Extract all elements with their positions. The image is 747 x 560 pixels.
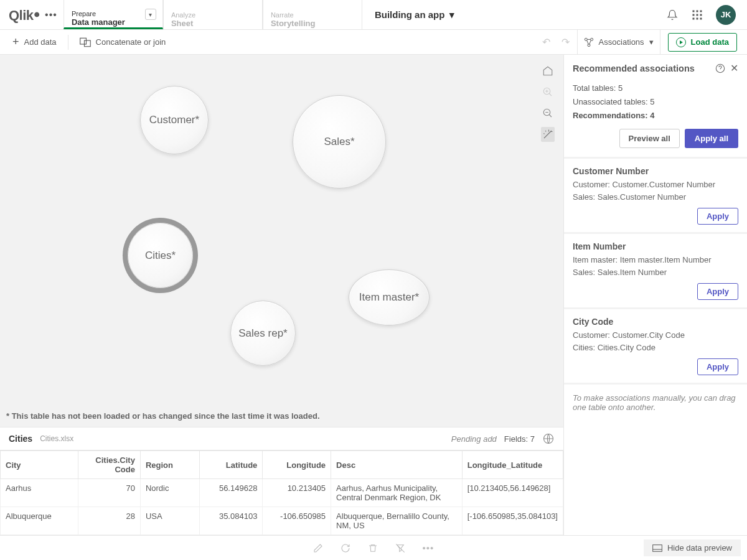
close-icon[interactable]: ✕ <box>730 62 738 74</box>
col-header[interactable]: Desc <box>331 451 463 479</box>
app-name-dropdown[interactable]: Building an app ▾ <box>362 0 467 29</box>
associations-dropdown[interactable]: Associations ▾ <box>577 30 660 55</box>
svg-rect-6 <box>693 17 695 19</box>
rec-item: City CodeCustomer: Customer.City CodeCit… <box>564 307 747 383</box>
recs-title: Recommended associations <box>573 63 710 73</box>
undo-icon: ↶ <box>538 36 554 48</box>
preview-field-count: Fields: 7 <box>504 434 535 444</box>
bell-icon[interactable] <box>666 9 679 21</box>
trash-icon <box>368 543 378 553</box>
col-header[interactable]: Latitude <box>199 451 262 479</box>
svg-rect-0 <box>693 10 695 12</box>
col-header[interactable]: Longitude_Latitude <box>462 451 563 479</box>
svg-rect-5 <box>700 14 702 16</box>
apply-button[interactable]: Apply <box>697 208 738 225</box>
bubble-sales[interactable]: Sales* <box>293 95 386 189</box>
home-icon[interactable] <box>541 63 555 78</box>
globe-icon[interactable] <box>542 432 555 445</box>
rec-item: Item NumberItem master: Item master.Item… <box>564 232 747 307</box>
load-data-button[interactable]: Load data <box>668 33 737 52</box>
col-header[interactable]: Cities.City Code <box>78 451 140 479</box>
logo: Qlik⦁ <box>9 5 39 24</box>
bubble-cities[interactable]: Cities* <box>128 223 193 288</box>
svg-rect-4 <box>697 14 698 16</box>
bubble-sales-rep[interactable]: Sales rep* <box>230 301 296 366</box>
play-icon <box>676 37 686 47</box>
svg-rect-10 <box>84 40 90 47</box>
table-row[interactable]: Aarhus70Nordic56.14962810.213405Aarhus, … <box>1 479 563 507</box>
svg-rect-9 <box>80 38 86 44</box>
zoom-out-icon[interactable] <box>541 106 555 121</box>
tab-prepare[interactable]: Prepare Data manager ▾ <box>63 0 163 29</box>
chevron-down-icon: ▾ <box>449 9 454 21</box>
preview-file-name: Cities.xlsx <box>40 434 73 443</box>
edit-icon <box>313 543 323 553</box>
avatar[interactable]: JK <box>716 5 736 25</box>
preview-table-name: Cities <box>9 434 32 444</box>
bubble-item-master[interactable]: Item master* <box>349 269 430 325</box>
chevron-down-icon[interactable]: ▾ <box>145 9 156 20</box>
preview-status: Pending add <box>451 434 497 444</box>
apply-button[interactable]: Apply <box>697 358 738 375</box>
table-row[interactable]: Albuquerque28USA35.084103-106.650985Albu… <box>1 507 563 535</box>
more-menu-icon[interactable]: ••• <box>45 9 57 21</box>
help-icon[interactable] <box>715 63 725 73</box>
tab-narrate[interactable]: Narrate Storytelling <box>263 0 362 29</box>
apply-button[interactable]: Apply <box>697 283 738 300</box>
svg-rect-1 <box>697 10 698 12</box>
svg-rect-7 <box>697 17 698 19</box>
col-header[interactable]: Region <box>140 451 199 479</box>
bubble-customer[interactable]: Customer* <box>140 86 209 154</box>
filter-off-icon <box>395 543 405 553</box>
zoom-in-icon[interactable] <box>541 85 555 100</box>
recommendations-panel: Recommended associations ✕ Total tables:… <box>563 55 747 560</box>
more-icon[interactable]: ••• <box>423 543 435 553</box>
tab-analyze[interactable]: Analyze Sheet <box>163 0 263 29</box>
hide-preview-button[interactable]: Hide data preview <box>644 539 741 556</box>
svg-rect-8 <box>700 17 702 19</box>
redo-icon: ↷ <box>558 36 573 48</box>
refresh-icon <box>341 543 350 553</box>
recs-hint: To make associations manually, you can d… <box>564 383 747 421</box>
svg-rect-2 <box>700 10 702 12</box>
rec-item: Customer NumberCustomer: Customer.Custom… <box>564 157 747 232</box>
svg-rect-18 <box>653 544 662 551</box>
grid-icon[interactable] <box>691 9 703 21</box>
concatenate-button[interactable]: Concatenate or join <box>73 30 172 55</box>
col-header[interactable]: Longitude <box>263 451 331 479</box>
magic-wand-icon[interactable] <box>541 127 555 142</box>
apply-all-button[interactable]: Apply all <box>685 129 738 148</box>
chevron-down-icon: ▾ <box>649 37 654 47</box>
svg-rect-3 <box>693 14 695 16</box>
add-data-button[interactable]: + Add data <box>6 30 63 55</box>
canvas-footnote: * This table has not been loaded or has … <box>6 411 320 421</box>
svg-point-13 <box>588 44 590 46</box>
preview-all-button[interactable]: Preview all <box>619 129 680 148</box>
col-header[interactable]: City <box>1 451 78 479</box>
